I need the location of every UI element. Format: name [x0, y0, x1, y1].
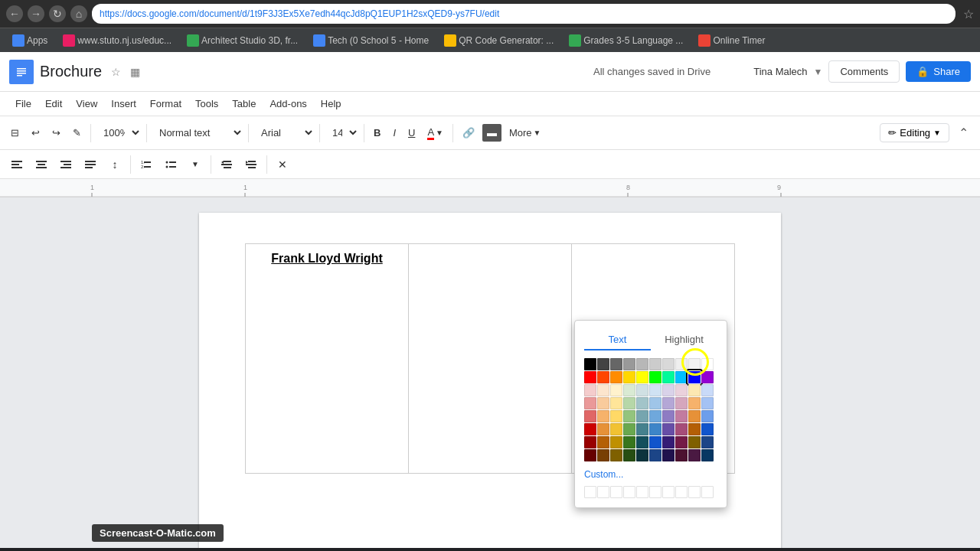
- list-options-button[interactable]: ▼: [185, 154, 206, 175]
- color-swatch[interactable]: [610, 436, 622, 448]
- redo-button[interactable]: ↪: [47, 124, 65, 142]
- color-swatch[interactable]: [649, 371, 662, 383]
- color-swatch[interactable]: [597, 397, 609, 409]
- menu-addons[interactable]: Add-ons: [263, 96, 312, 112]
- color-swatch[interactable]: [675, 449, 688, 461]
- color-swatch[interactable]: [597, 358, 609, 370]
- color-swatch[interactable]: [688, 449, 701, 461]
- color-swatch[interactable]: [610, 397, 622, 409]
- color-swatch[interactable]: [584, 449, 596, 461]
- color-swatch[interactable]: [675, 436, 688, 448]
- color-swatch[interactable]: [623, 384, 635, 396]
- tab-highlight[interactable]: Highlight: [651, 330, 717, 350]
- color-swatch[interactable]: [597, 436, 609, 448]
- color-swatch[interactable]: [701, 384, 714, 396]
- color-swatch[interactable]: [623, 358, 635, 370]
- color-swatch[interactable]: [584, 384, 596, 396]
- color-swatch[interactable]: [675, 384, 688, 396]
- menu-file[interactable]: File: [9, 96, 38, 112]
- menu-table[interactable]: Table: [226, 96, 262, 112]
- color-swatch[interactable]: [701, 410, 714, 422]
- color-swatch[interactable]: [688, 384, 701, 396]
- tab-text[interactable]: Text: [584, 330, 651, 350]
- color-swatch[interactable]: [623, 449, 635, 461]
- color-swatch[interactable]: [610, 384, 622, 396]
- color-swatch[interactable]: [636, 384, 648, 396]
- color-swatch[interactable]: [675, 371, 688, 383]
- undo-button[interactable]: ↩: [27, 124, 44, 142]
- color-swatch[interactable]: [623, 371, 635, 383]
- align-justify-button[interactable]: [80, 154, 101, 175]
- menu-format[interactable]: Format: [144, 96, 188, 112]
- color-swatch[interactable]: [636, 371, 648, 383]
- user-dropdown-icon[interactable]: ▼: [814, 67, 823, 77]
- print-button[interactable]: ⊟: [6, 124, 24, 142]
- color-swatch[interactable]: [662, 397, 675, 409]
- color-swatch[interactable]: [649, 410, 662, 422]
- color-swatch[interactable]: [597, 410, 609, 422]
- numbered-list-button[interactable]: 1. 2.: [136, 154, 157, 175]
- color-swatch[interactable]: [584, 358, 596, 370]
- clear-format-button[interactable]: ✕: [272, 154, 293, 175]
- menu-insert[interactable]: Insert: [105, 96, 142, 112]
- address-bar[interactable]: https://docs.google.com/document/d/1t9F3…: [92, 4, 956, 24]
- color-swatch[interactable]: [610, 371, 622, 383]
- color-swatch[interactable]: [701, 449, 714, 461]
- home-button[interactable]: ⌂: [70, 5, 87, 22]
- color-swatch[interactable]: [610, 410, 622, 422]
- font-select[interactable]: Arial: [253, 124, 315, 142]
- color-swatch[interactable]: [662, 384, 675, 396]
- italic-button[interactable]: I: [388, 124, 400, 142]
- recent-color-swatch[interactable]: [623, 486, 635, 498]
- menu-tools[interactable]: Tools: [189, 96, 224, 112]
- bookmark-4[interactable]: QR Code Generator: ...: [438, 33, 560, 48]
- forward-button[interactable]: →: [28, 5, 44, 22]
- recent-color-swatch[interactable]: [597, 486, 609, 498]
- align-left-button[interactable]: [6, 154, 28, 175]
- menu-help[interactable]: Help: [315, 96, 348, 112]
- color-swatch[interactable]: [662, 358, 675, 370]
- color-swatch[interactable]: [636, 397, 648, 409]
- color-swatch[interactable]: [597, 423, 609, 435]
- bookmark-2[interactable]: Architect Studio 3D, fr...: [181, 33, 304, 48]
- color-swatch[interactable]: [584, 410, 596, 422]
- color-swatch[interactable]: [623, 410, 635, 422]
- bookmark-1[interactable]: www.stuto.nj.us/educ...: [57, 33, 178, 48]
- color-swatch[interactable]: [649, 423, 662, 435]
- align-center-button[interactable]: [31, 154, 52, 175]
- bullet-list-button[interactable]: [160, 154, 181, 175]
- color-swatch[interactable]: [688, 358, 701, 370]
- bookmark-3[interactable]: Tech (0 School 5 - Home: [307, 33, 435, 48]
- back-button[interactable]: ←: [6, 5, 23, 22]
- bookmark-5[interactable]: Grades 3-5 Language ...: [563, 33, 689, 48]
- recent-color-swatch[interactable]: [688, 486, 701, 498]
- bookmark-apps[interactable]: Apps: [6, 33, 54, 48]
- share-button[interactable]: 🔒 Share: [906, 61, 971, 82]
- menu-view[interactable]: View: [70, 96, 103, 112]
- refresh-button[interactable]: ↻: [49, 5, 66, 22]
- color-swatch[interactable]: [701, 358, 714, 370]
- color-swatch[interactable]: [701, 423, 714, 435]
- increase-indent-button[interactable]: [240, 154, 262, 175]
- decrease-indent-button[interactable]: [216, 154, 237, 175]
- color-swatch[interactable]: [636, 449, 648, 461]
- color-swatch[interactable]: [701, 371, 714, 383]
- color-swatch[interactable]: [688, 423, 701, 435]
- color-swatch[interactable]: [662, 436, 675, 448]
- table-cell-1[interactable]: Frank Lloyd Wright: [246, 244, 409, 474]
- style-select[interactable]: Normal text: [152, 124, 243, 142]
- color-swatch[interactable]: [701, 397, 714, 409]
- color-swatch[interactable]: [623, 436, 635, 448]
- menu-edit[interactable]: Edit: [39, 96, 68, 112]
- color-swatch[interactable]: [597, 384, 609, 396]
- color-swatch[interactable]: [688, 436, 701, 448]
- table-cell-2[interactable]: [409, 244, 572, 474]
- color-swatch[interactable]: [662, 371, 675, 383]
- color-swatch[interactable]: [675, 358, 688, 370]
- recent-color-swatch[interactable]: [675, 486, 688, 498]
- underline-button[interactable]: U: [403, 124, 420, 142]
- font-size-select[interactable]: 14: [325, 124, 359, 142]
- user-name[interactable]: Tina Malech: [753, 66, 807, 77]
- color-swatch[interactable]: [688, 371, 701, 383]
- color-swatch[interactable]: [584, 397, 596, 409]
